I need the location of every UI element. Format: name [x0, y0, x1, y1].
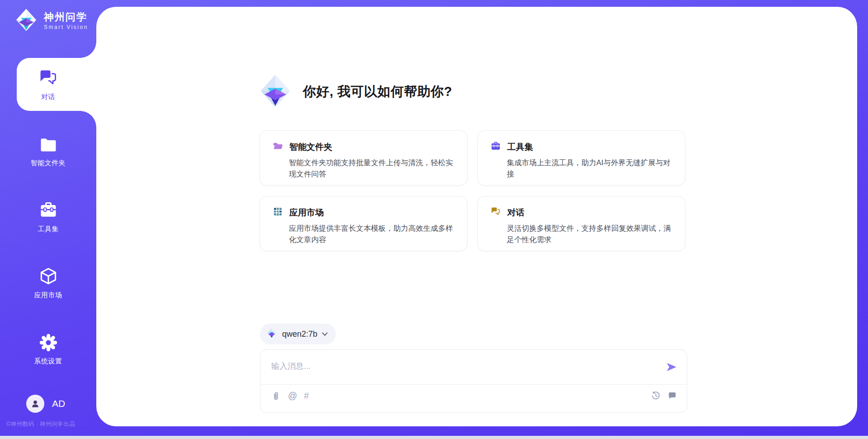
- card-description: 灵活切换多模型文件，支持多样回复效果调试，满足个性化需求: [507, 223, 672, 245]
- greeting-text: 你好, 我可以如何帮助你?: [303, 83, 452, 101]
- sidebar-item-label: 应用市场: [34, 291, 62, 300]
- sidebar-item-label: 对话: [41, 93, 55, 101]
- brand-logo-block: 神州问学 Smart Vision: [14, 7, 88, 34]
- card-title: 对话: [507, 207, 524, 219]
- person-icon: [30, 399, 40, 409]
- briefcase-icon: [491, 141, 501, 153]
- chat-icon: [491, 206, 501, 219]
- chevron-down-icon: [322, 330, 328, 338]
- model-selector[interactable]: qwen2:7b: [260, 324, 336, 344]
- hash-icon[interactable]: #: [304, 391, 309, 400]
- composer-tools-right: [650, 390, 678, 401]
- gear-icon: [38, 332, 59, 353]
- card-app-market[interactable]: 应用市场 应用市场提供丰富长文本模板，助力高效生成多样化文章内容: [259, 196, 467, 251]
- message-composer: @ #: [260, 349, 687, 413]
- app-shell: 神州问学 Smart Vision 对话: [0, 0, 868, 436]
- model-name: qwen2:7b: [282, 329, 317, 339]
- card-title: 智能文件夹: [289, 141, 332, 153]
- folder-open-icon: [273, 141, 283, 153]
- card-chat[interactable]: 对话 灵活切换多模型文件，支持多样回复效果调试，满足个性化需求: [477, 196, 685, 251]
- brand-diamond-icon: [14, 7, 39, 34]
- composer-divider: [260, 384, 687, 385]
- grid-icon: [273, 206, 283, 219]
- card-description: 智能文件夹功能支持批量文件上传与清洗，轻松实现文件问答: [289, 157, 454, 180]
- main-panel: 你好, 我可以如何帮助你? 智能文件夹 智能文件夹功能支持批量文件上传与清洗，轻…: [96, 7, 857, 426]
- sidebar-item-label: 智能文件夹: [31, 159, 66, 167]
- user-initials: AD: [52, 398, 65, 409]
- composer-tools-left: @ #: [270, 390, 309, 401]
- brand-name: 神州问学: [44, 11, 88, 23]
- sidebar-item-settings[interactable]: 系统设置: [0, 322, 96, 375]
- sidebar-nav: 对话 智能文件夹: [0, 58, 96, 388]
- message-bubble-icon[interactable]: [667, 390, 678, 401]
- send-icon[interactable]: [665, 361, 678, 373]
- card-title: 工具集: [507, 141, 533, 153]
- avatar[interactable]: [26, 395, 44, 413]
- copyright-footer: ©神州数码 · 神州问学出品: [6, 420, 97, 428]
- card-smart-folder[interactable]: 智能文件夹 智能文件夹功能支持批量文件上传与清洗，轻松实现文件问答: [259, 130, 467, 186]
- greeting-block: 你好, 我可以如何帮助你?: [257, 72, 452, 111]
- sidebar-item-smart-folder[interactable]: 智能文件夹: [0, 124, 96, 177]
- sidebar-item-chat[interactable]: 对话: [0, 58, 96, 111]
- card-title: 应用市场: [289, 207, 324, 219]
- cube-icon: [38, 266, 59, 287]
- mention-icon[interactable]: @: [288, 391, 297, 400]
- user-account-block[interactable]: AD: [26, 395, 65, 413]
- feature-cards-grid: 智能文件夹 智能文件夹功能支持批量文件上传与清洗，轻松实现文件问答: [259, 130, 685, 251]
- message-input[interactable]: [271, 357, 651, 375]
- sidebar-item-toolset[interactable]: 工具集: [0, 190, 96, 243]
- sidebar-item-app-market[interactable]: 应用市场: [0, 256, 96, 309]
- card-toolset[interactable]: 工具集 集成市场上主流工具，助力AI与外界无缝扩展与对接: [477, 130, 685, 186]
- sidebar: 神州问学 Smart Vision 对话: [0, 0, 96, 436]
- history-icon[interactable]: [650, 390, 661, 401]
- chat-bubbles-icon: [38, 68, 59, 89]
- toolbox-icon: [38, 200, 59, 221]
- brand-subtitle: Smart Vision: [44, 24, 88, 30]
- card-description: 应用市场提供丰富长文本模板，助力高效生成多样化文章内容: [289, 223, 454, 245]
- model-diamond-icon: [266, 327, 278, 341]
- assistant-diamond-icon: [257, 72, 294, 111]
- sidebar-item-label: 系统设置: [34, 357, 62, 366]
- folder-icon: [38, 134, 59, 155]
- sidebar-item-label: 工具集: [38, 225, 59, 234]
- card-description: 集成市场上主流工具，助力AI与外界无缝扩展与对接: [507, 157, 672, 180]
- paperclip-icon[interactable]: [270, 390, 281, 401]
